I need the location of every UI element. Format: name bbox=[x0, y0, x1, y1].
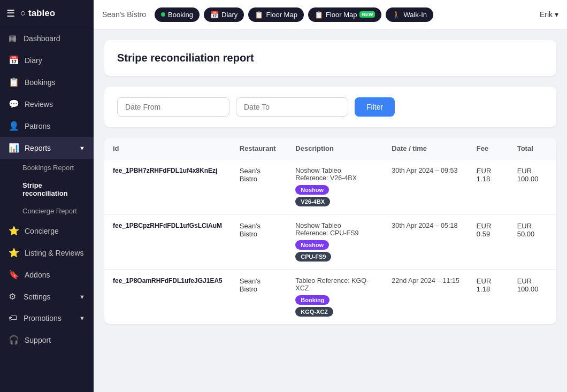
sidebar: ☰ ○ tableo ▦ Dashboard 📅 Diary 📋 Booking… bbox=[0, 0, 94, 392]
user-menu-button[interactable]: Erik ▾ bbox=[540, 10, 558, 19]
bookings-icon: 📋 bbox=[9, 77, 19, 87]
sidebar-item-support[interactable]: 🎧 Support bbox=[0, 329, 94, 351]
logo: ○ tableo bbox=[20, 8, 55, 19]
settings-arrow-icon: ▼ bbox=[79, 294, 85, 300]
cell-total: EUR 50.00 bbox=[509, 214, 556, 270]
cell-restaurant: Sean's Bistro bbox=[231, 270, 287, 325]
user-name: Erik bbox=[540, 10, 553, 19]
cell-date: 30th Apr 2024 – 09:53 bbox=[383, 159, 468, 214]
sub-item-label: Concierge Report bbox=[22, 207, 77, 215]
diary-icon: 📅 bbox=[9, 55, 19, 65]
filter-button[interactable]: Filter bbox=[355, 97, 395, 117]
badge-type: Noshow bbox=[295, 240, 329, 250]
sidebar-item-label: Support bbox=[25, 336, 51, 344]
sidebar-item-bookings[interactable]: 📋 Bookings bbox=[0, 71, 94, 93]
cell-date: 30th Apr 2024 – 05:18 bbox=[383, 214, 468, 270]
diary-button[interactable]: 📅 Diary bbox=[204, 7, 244, 22]
sidebar-item-reports[interactable]: 📊 Reports ▼ bbox=[0, 137, 94, 159]
sidebar-item-listing-reviews[interactable]: ⭐ Listing & Reviews bbox=[0, 242, 94, 264]
diary-nav-icon: 📅 bbox=[210, 11, 219, 19]
sub-item-label: Bookings Report bbox=[22, 164, 74, 172]
badge-ref: KGQ-XCZ bbox=[295, 307, 333, 317]
floor-map-label: Floor Map bbox=[266, 11, 297, 19]
sidebar-item-dashboard[interactable]: ▦ Dashboard bbox=[0, 27, 94, 49]
table-row: fee_1PBCpzRHFdFDL1ufGsLCiAuM Sean's Bist… bbox=[104, 214, 556, 270]
sidebar-item-label: Listing & Reviews bbox=[25, 249, 84, 257]
sub-item-stripe-reconciliation[interactable]: Stripe reconciliation bbox=[0, 176, 94, 202]
floor-map-icon: 📋 bbox=[255, 11, 263, 19]
sidebar-item-promotions[interactable]: 🏷 Promotions ▼ bbox=[0, 308, 94, 329]
badge-type: Booking bbox=[295, 295, 330, 305]
page-title: Stripe reconciliation report bbox=[117, 52, 543, 64]
promotions-icon: 🏷 bbox=[9, 313, 18, 323]
cell-description: Noshow Tableo Reference: V26-4BX Noshow … bbox=[287, 159, 383, 214]
table-row: fee_1PBH7zRHFdFDL1uf4x8KnEzj Sean's Bist… bbox=[104, 159, 556, 214]
sidebar-item-label: Reports bbox=[25, 144, 51, 152]
sidebar-item-diary[interactable]: 📅 Diary bbox=[0, 49, 94, 71]
main-area: Sean's Bistro Booking 📅 Diary 📋 Floor Ma… bbox=[94, 0, 567, 392]
sidebar-header: ☰ ○ tableo bbox=[0, 0, 94, 27]
sidebar-item-reviews[interactable]: 💬 Reviews bbox=[0, 93, 94, 115]
cell-date: 22nd Apr 2024 – 11:15 bbox=[383, 270, 468, 325]
badge-ref: V26-4BX bbox=[295, 197, 330, 206]
sidebar-item-label: Addons bbox=[25, 271, 50, 279]
cell-total: EUR 100.00 bbox=[509, 159, 556, 214]
sidebar-item-patrons[interactable]: 👤 Patrons bbox=[0, 115, 94, 137]
sidebar-item-concierge[interactable]: ⭐ Concierge bbox=[0, 220, 94, 242]
cell-id: fee_1PBH7zRHFdFDL1uf4x8KnEzj bbox=[104, 159, 231, 214]
sidebar-item-settings[interactable]: ⚙ Settings ▼ bbox=[0, 286, 94, 308]
reports-arrow-icon: ▼ bbox=[79, 145, 85, 151]
filter-row: Filter bbox=[104, 87, 556, 127]
cell-fee: EUR 1.18 bbox=[468, 159, 509, 214]
floor-map-new-icon: 📋 bbox=[315, 11, 323, 19]
booking-label: Booking bbox=[168, 11, 193, 19]
floor-map-new-label: Floor Map bbox=[326, 11, 357, 19]
table-row: fee_1P8OamRHFdFDL1ufeJGJ1EA5 Sean's Bist… bbox=[104, 270, 556, 325]
sidebar-item-label: Settings bbox=[24, 293, 51, 301]
diary-nav-label: Diary bbox=[221, 11, 237, 19]
sub-item-bookings-report[interactable]: Bookings Report bbox=[0, 159, 94, 176]
restaurant-name: Sean's Bistro bbox=[102, 10, 146, 19]
sub-item-label: Stripe reconciliation bbox=[22, 181, 68, 197]
user-chevron-icon: ▾ bbox=[555, 10, 558, 19]
content-area: Stripe reconciliation report Filter id R… bbox=[94, 29, 567, 392]
sidebar-item-label: Diary bbox=[25, 56, 42, 65]
cell-restaurant: Sean's Bistro bbox=[231, 159, 287, 214]
walk-in-icon: 🚶 bbox=[392, 11, 401, 19]
floor-map-new-button[interactable]: 📋 Floor Map NEW bbox=[308, 7, 382, 22]
sidebar-item-label: Dashboard bbox=[24, 34, 60, 43]
hamburger-icon[interactable]: ☰ bbox=[6, 7, 15, 19]
reports-icon: 📊 bbox=[9, 143, 19, 153]
col-description: Description bbox=[287, 138, 383, 159]
concierge-icon: ⭐ bbox=[9, 226, 19, 236]
new-badge: NEW bbox=[359, 11, 375, 18]
sidebar-item-label: Bookings bbox=[25, 78, 56, 87]
cell-total: EUR 100.00 bbox=[509, 270, 556, 325]
topbar: Sean's Bistro Booking 📅 Diary 📋 Floor Ma… bbox=[94, 0, 567, 29]
settings-icon: ⚙ bbox=[9, 291, 18, 302]
cell-id: fee_1P8OamRHFdFDL1ufeJGJ1EA5 bbox=[104, 270, 231, 325]
date-from-input[interactable] bbox=[117, 97, 229, 117]
sidebar-item-label: Reviews bbox=[25, 100, 53, 109]
sidebar-item-label: Concierge bbox=[25, 227, 59, 235]
walk-in-label: Walk-In bbox=[403, 11, 427, 19]
page-title-card: Stripe reconciliation report bbox=[104, 40, 556, 76]
sub-item-concierge-report[interactable]: Concierge Report bbox=[0, 202, 94, 220]
cell-description: Noshow Tableo Reference: CPU-FS9 Noshow … bbox=[287, 214, 383, 270]
reviews-icon: 💬 bbox=[9, 99, 19, 109]
col-id: id bbox=[104, 138, 231, 159]
dashboard-icon: ▦ bbox=[9, 33, 18, 43]
cell-id: fee_1PBCpzRHFdFDL1ufGsLCiAuM bbox=[104, 214, 231, 270]
support-icon: 🎧 bbox=[9, 335, 19, 345]
sidebar-item-label: Promotions bbox=[24, 314, 62, 322]
walk-in-button[interactable]: 🚶 Walk-In bbox=[386, 7, 433, 22]
date-to-input[interactable] bbox=[236, 97, 348, 117]
badge-ref: CPU-FS9 bbox=[295, 252, 331, 262]
floor-map-button[interactable]: 📋 Floor Map bbox=[248, 7, 304, 22]
booking-dot-icon bbox=[161, 12, 165, 17]
listing-icon: ⭐ bbox=[9, 248, 19, 258]
sidebar-item-addons[interactable]: 🔖 Addons bbox=[0, 264, 94, 286]
sidebar-item-label: Patrons bbox=[25, 122, 50, 130]
booking-button[interactable]: Booking bbox=[155, 7, 200, 22]
addons-icon: 🔖 bbox=[9, 270, 19, 280]
